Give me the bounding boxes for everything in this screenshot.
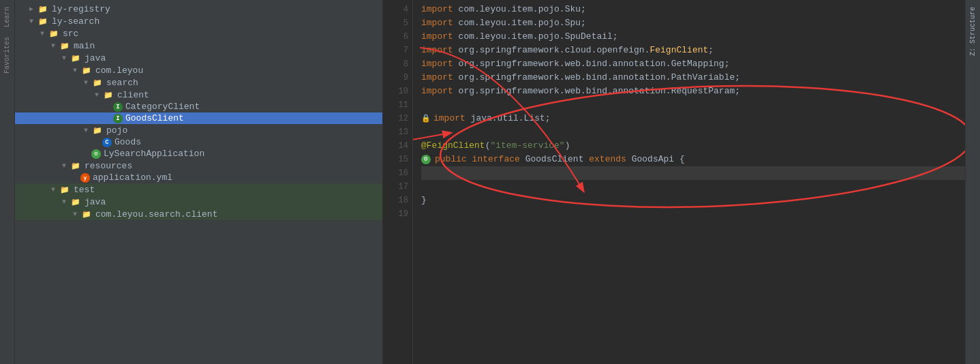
folder-icon-test: 📁 bbox=[59, 184, 71, 195]
folder-icon-java: 📁 bbox=[70, 52, 82, 63]
code-line-6: import com.leyou.item.pojo.SpuDetail; bbox=[421, 30, 965, 44]
label-application-yml: application.yml bbox=[93, 172, 382, 183]
tree-item-java-test[interactable]: ▼ 📁 java bbox=[15, 196, 382, 208]
code-line-19 bbox=[421, 207, 965, 221]
label-java: java bbox=[85, 53, 382, 63]
folder-icon-pojo: 📁 bbox=[91, 125, 104, 136]
label-GoodsClient: GoodsClient bbox=[125, 113, 382, 123]
tree-item-application-yml[interactable]: ▶ y application.yml bbox=[15, 172, 382, 183]
tree-item-client[interactable]: ▼ 📁 client bbox=[15, 89, 382, 101]
tree-item-search[interactable]: ▼ 📁 search bbox=[15, 76, 382, 89]
tree-item-test[interactable]: ▼ 📁 test bbox=[15, 183, 382, 196]
tree-item-Goods[interactable]: ▶ C Goods bbox=[15, 136, 382, 148]
code-line-5: import com.leyou.item.pojo.Spu; bbox=[421, 16, 965, 30]
tree-item-main[interactable]: ▼ 📁 main bbox=[15, 40, 382, 52]
label-ly-search: ly-search bbox=[52, 16, 382, 27]
arrow-ly-registry: ▶ bbox=[26, 5, 37, 13]
code-line-18: } bbox=[421, 194, 965, 207]
code-editor-panel: 4 5 6 7 8 9 10 11 12 13 14 15 16 17 18 1… bbox=[383, 0, 980, 364]
arrow-resources: ▼ bbox=[59, 162, 70, 170]
arrow-src: ▼ bbox=[37, 30, 48, 37]
tree-item-CategoryClient[interactable]: ▶ I CategoryClient bbox=[15, 101, 382, 112]
badge-spring-LySearchApplication: ⚙ bbox=[91, 149, 101, 159]
badge-i-CategoryClient: I bbox=[113, 102, 123, 112]
arrow-java: ▼ bbox=[59, 55, 70, 62]
label-test: test bbox=[74, 185, 382, 195]
code-line-13 bbox=[421, 125, 965, 139]
tree-item-ly-search[interactable]: ▼ 📁 ly-search bbox=[15, 15, 382, 27]
tree-item-resources[interactable]: ▼ 📁 resources bbox=[15, 160, 382, 172]
tree-item-com-leyou-search-client[interactable]: ▼ 📁 com.leyou.search.client bbox=[15, 208, 382, 220]
favorites-tab[interactable]: Favorites bbox=[1, 33, 13, 78]
label-com-leyou: com.leyou bbox=[95, 65, 382, 76]
arrow-pojo: ▼ bbox=[80, 127, 91, 134]
arrow-com-leyou-search-client: ▼ bbox=[70, 211, 80, 218]
code-line-11 bbox=[421, 98, 965, 112]
code-line-4: import com.leyou.item.pojo.Sku; bbox=[421, 3, 965, 16]
code-line-15: ⚙public interface GoodsClient extends Go… bbox=[421, 153, 965, 166]
code-line-14: @FeignClient("item-service") bbox=[421, 139, 965, 153]
label-main: main bbox=[74, 41, 382, 51]
right-structure-tabs: Z: Structure bbox=[965, 0, 980, 364]
code-line-17 bbox=[421, 180, 965, 194]
file-tree-panel: ▶ 📁 ly-registry ▼ 📁 ly-search ▼ 📁 src ▼ … bbox=[15, 0, 383, 364]
arrow-ly-search: ▼ bbox=[26, 18, 37, 25]
code-line-12: 🔒import java.util.List; bbox=[421, 112, 965, 125]
folder-icon-com-leyou-search-client: 📁 bbox=[80, 209, 93, 219]
label-LySearchApplication: LySearchApplication bbox=[104, 149, 382, 159]
label-client: client bbox=[117, 90, 382, 100]
tree-item-pojo[interactable]: ▼ 📁 pojo bbox=[15, 124, 382, 136]
tree-item-java[interactable]: ▼ 📁 java bbox=[15, 52, 382, 64]
folder-icon-ly-search: 📁 bbox=[37, 16, 49, 27]
label-pojo: pojo bbox=[106, 125, 382, 136]
arrow-java-test: ▼ bbox=[59, 198, 70, 206]
structure-tab[interactable]: Z: Structure bbox=[967, 3, 979, 60]
badge-c-Goods: C bbox=[102, 138, 112, 147]
arrow-test: ▼ bbox=[48, 186, 59, 194]
label-com-leyou-search-client: com.leyou.search.client bbox=[95, 209, 382, 219]
file-tree: ▶ 📁 ly-registry ▼ 📁 ly-search ▼ 📁 src ▼ … bbox=[15, 0, 382, 364]
tree-item-com-leyou[interactable]: ▼ 📁 com.leyou bbox=[15, 64, 382, 76]
code-content[interactable]: import com.leyou.item.pojo.Sku; import c… bbox=[413, 0, 965, 364]
code-line-8: import org.springframework.web.bind.anno… bbox=[421, 57, 965, 71]
folder-icon-client: 📁 bbox=[102, 89, 114, 100]
arrow-com-leyou: ▼ bbox=[70, 67, 80, 74]
code-line-16 bbox=[421, 166, 965, 180]
label-src: src bbox=[63, 29, 382, 39]
arrow-main: ▼ bbox=[48, 42, 59, 50]
spring-indicator: ⚙ bbox=[421, 155, 431, 164]
label-CategoryClient: CategoryClient bbox=[125, 102, 382, 112]
folder-icon-search: 📁 bbox=[91, 77, 104, 88]
label-ly-registry: ly-registry bbox=[52, 4, 382, 14]
folder-icon-com-leyou: 📁 bbox=[80, 65, 93, 76]
line-numbers: 4 5 6 7 8 9 10 11 12 13 14 15 16 17 18 1… bbox=[383, 0, 413, 364]
code-line-7: import org.springframework.cloud.openfei… bbox=[421, 44, 965, 57]
tree-item-GoodsClient[interactable]: ▶ I GoodsClient bbox=[15, 112, 382, 124]
badge-yml-application: y bbox=[80, 173, 90, 183]
arrow-search: ▼ bbox=[80, 79, 91, 87]
learn-tab[interactable]: Learn bbox=[1, 3, 13, 31]
tree-item-LySearchApplication[interactable]: ▶ ⚙ LySearchApplication bbox=[15, 148, 382, 160]
folder-icon-main: 📁 bbox=[59, 40, 71, 51]
badge-i-GoodsClient: I bbox=[113, 114, 123, 123]
label-Goods: Goods bbox=[114, 137, 382, 147]
tree-item-ly-registry[interactable]: ▶ 📁 ly-registry bbox=[15, 3, 382, 15]
folder-icon-src: 📁 bbox=[48, 28, 60, 39]
label-resources: resources bbox=[85, 161, 382, 171]
code-line-9: import org.springframework.web.bind.anno… bbox=[421, 71, 965, 85]
arrow-client: ▼ bbox=[91, 91, 102, 99]
label-search: search bbox=[106, 78, 382, 88]
folder-icon-resources: 📁 bbox=[70, 160, 82, 171]
label-java-test: java bbox=[85, 197, 382, 207]
folder-icon-java-test: 📁 bbox=[70, 196, 82, 207]
code-line-10: import org.springframework.web.bind.anno… bbox=[421, 85, 965, 98]
folder-icon-ly-registry: 📁 bbox=[37, 3, 49, 14]
left-sidebar-tabs: Learn Favorites bbox=[0, 0, 15, 364]
tree-item-src[interactable]: ▼ 📁 src bbox=[15, 27, 382, 40]
